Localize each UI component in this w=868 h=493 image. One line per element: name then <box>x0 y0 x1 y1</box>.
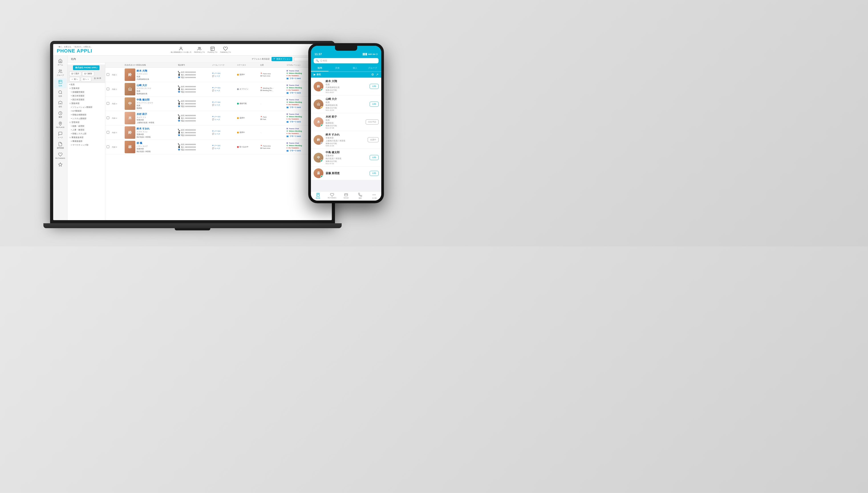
phone-action-btn[interactable]: 出勤 <box>370 84 378 89</box>
person-avatar: 鈴 <box>125 126 135 139</box>
sidebar-item-docsearch[interactable]: 資料検索 <box>54 141 66 151</box>
phone-action-btn[interactable]: 出勤 <box>370 155 378 160</box>
talk-link[interactable]: 💬 トーク <box>212 75 234 78</box>
row-checkbox[interactable] <box>105 82 110 97</box>
phone-action-btn[interactable]: 出勤 <box>370 171 378 176</box>
filter-icon[interactable]: ⚙ <box>371 73 374 76</box>
row-checkbox[interactable] <box>105 111 110 125</box>
person-name[interactable]: 鈴木 すみれ <box>137 127 151 130</box>
next-btn[interactable]: 次へ ＞ <box>81 77 91 82</box>
default-view-btn[interactable]: デフォルト表示設定 <box>252 58 270 61</box>
tree-item-admin1[interactable]: • 税務・経理部 <box>67 124 105 128</box>
talk-link[interactable]: 💬 トーク <box>212 118 234 121</box>
nav-icon-1[interactable]: 個人情報保護士/パスの使い方 <box>171 46 191 53</box>
person-name[interactable]: 木村 莉子 <box>137 112 154 116</box>
phone-action-btn[interactable]: 出勤 <box>370 102 378 107</box>
row-checkbox[interactable] <box>105 68 110 82</box>
share-icon[interactable]: ↗ <box>376 73 378 76</box>
talk-link[interactable]: 💬 トーク <box>212 133 234 135</box>
deselect-all-btn[interactable]: 全て解除 <box>82 71 94 76</box>
mail-link[interactable]: ✉ メール1 <box>212 115 234 118</box>
row-location: 📍 Park 🖥 Park <box>259 111 285 125</box>
tree-item-sales2[interactable]: • 東日本営業部 <box>67 94 105 98</box>
sidebar-item-external[interactable]: 社外 <box>54 89 66 99</box>
phone-contact-item[interactable]: 木 木村 莉子 役員 取締役役 無事/出社可能 5/11 07:46 出社予定 <box>311 113 381 131</box>
tree-item-dev2[interactable]: • ICT開発部 <box>67 109 105 113</box>
phone-contact-item[interactable]: 鈴 鈴木 すみれ 営業本部 上級執行役員 / 本部長 無事/出社可能 5/05 … <box>311 131 381 149</box>
phone-nav-phonebook[interactable]: 電話帳 <box>311 192 325 200</box>
nav-icon-2[interactable]: PEOPLEなプロ <box>194 46 205 53</box>
phone-contact-title: 上級執行役員 / 本部長 <box>326 140 366 142</box>
tree-item-dev1[interactable]: • ソリューション開発部 <box>67 105 105 109</box>
table-container: 氏名/氏名カナ/部署名/役職 電話番号 メール／トーク ステータス 位置 コラボ… <box>105 63 332 220</box>
search-options-btn[interactable]: 🔍 検索オプション <box>271 57 292 61</box>
row-location: — <box>259 97 285 111</box>
sidebar-item-group[interactable]: グループ <box>54 68 66 78</box>
company-tag[interactable]: 株式会社 PHONE APPLI <box>73 65 100 70</box>
row-mail: ✉ メール1 💬 トーク <box>211 97 236 111</box>
person-name[interactable]: 中島 健太郎 <box>137 98 153 101</box>
row-checkbox[interactable] <box>105 140 110 154</box>
top-icons: 個人情報保護士/パスの使い方 PEOPLEなプロ PLACEなプロ THANKS… <box>171 46 231 53</box>
row-phones: 📞会社 09000000000📱個人 08000000000☎電話 030000… <box>177 82 211 97</box>
row-status: 退席中 <box>236 125 259 140</box>
phone-tab-personal[interactable]: 個人 <box>346 65 364 71</box>
person-name[interactable]: 山崎 大介 <box>137 84 151 87</box>
phone-nav-contact[interactable]: 連絡 <box>353 192 367 200</box>
phone-action-btn[interactable]: 会議中 <box>368 137 378 142</box>
talk-link[interactable]: 💬 トーク <box>212 147 234 150</box>
person-name[interactable]: 林 楓 <box>137 142 151 145</box>
mail-link[interactable]: ✉ メール1 <box>212 72 234 74</box>
nav-icon-4[interactable]: THANKSなプロ <box>220 46 231 53</box>
select-all-btn[interactable]: 全て選択 <box>69 71 81 76</box>
sidebar-item-paplace[interactable]: PA PLACE <box>54 120 66 130</box>
phone-nav-other[interactable]: その他 <box>367 192 381 200</box>
tree-item-biz2[interactable]: • マーケティング部 <box>67 143 105 147</box>
mail-link[interactable]: ✉ メール1 <box>212 144 234 147</box>
phone-nav-pathanks[interactable]: PA THANKS <box>325 192 339 200</box>
sidebar-item-office[interactable]: 社内 <box>54 78 66 88</box>
tree-item-sales1[interactable]: • 首都圏営業部 <box>67 90 105 94</box>
sidebar-item-star[interactable] <box>54 161 66 169</box>
sidebar-item-pathanks[interactable]: PA THANKS <box>54 151 66 160</box>
person-dept: 役員 <box>137 90 151 92</box>
tree-item-admin2[interactable]: • 人事・教育部 <box>67 128 105 132</box>
phone-contact-item[interactable]: 鈴 鈴木 大翔 役員 代表取締役社長 無事/出社可能 5/11 09:07 出勤 <box>311 78 381 95</box>
phone-tab-office[interactable]: 社内 <box>311 65 329 71</box>
tree-item-dev3[interactable]: • 情報企画開発部 <box>67 113 105 117</box>
mail-link[interactable]: ✉ メール1 <box>212 130 234 132</box>
phone-tab-group[interactable]: グループ <box>364 65 381 71</box>
mail-link[interactable]: ✉ メール1 <box>212 101 234 103</box>
row-checkbox[interactable] <box>105 125 110 140</box>
status-text: 退席中 <box>240 117 245 119</box>
nav-icon-3[interactable]: PLACEなプロ <box>208 46 218 53</box>
tree-item-dev4[interactable]: • システム開発部 <box>67 117 105 121</box>
svg-rect-3 <box>211 47 214 50</box>
tree-section-roles[interactable]: • 役員 <box>67 83 105 86</box>
talk-link[interactable]: 💬 トーク <box>212 89 234 92</box>
phone-contact-item[interactable]: 中 中島 健太郎 営業本部 執行役員 / 本部長 無事/出社可能 5/11 07… <box>311 149 381 167</box>
mail-link[interactable]: ✉ メール1 <box>212 86 234 89</box>
phone-action-btn[interactable]: 出社予定 <box>366 120 378 125</box>
sidebar-item-company[interactable]: 会社 <box>54 99 66 109</box>
sidebar-item-history[interactable]: 履歴 <box>54 110 66 120</box>
row-location: — <box>259 125 285 140</box>
phone-nav-sansan[interactable]: Sansan <box>339 192 353 200</box>
prev-btn[interactable]: ＜ 前へ <box>69 77 80 82</box>
phone-tab-shared[interactable]: 共有 <box>329 65 346 71</box>
person-name[interactable]: 鈴木 大翔 <box>137 69 149 72</box>
phone-contact-item[interactable]: 斎 斎藤 真理恵 出勤 <box>311 167 381 180</box>
tree-item-sales3[interactable]: • 西日本営業部 <box>67 98 105 102</box>
phone-contact-item[interactable]: 山 山崎 大介 役員 取締役副社長 無事/出社可能 5/11 10:33 出勤 <box>311 95 381 113</box>
phone-contact-info: 鈴木 大翔 役員 代表取締役社長 無事/出社可能 5/11 09:07 <box>326 79 368 93</box>
phone-contact-status: 無事/出社可能 <box>326 107 368 109</box>
phone-search-display[interactable]: 🔍 Q 検索 <box>314 58 378 63</box>
sidebar-item-talk[interactable]: トーク <box>54 130 66 140</box>
talk-link[interactable]: 💬 トーク <box>212 104 234 106</box>
tree-item-biz1[interactable]: • 事業推進部 <box>67 140 105 143</box>
svg-point-0 <box>180 47 182 48</box>
tree-item-admin3[interactable]: • 情報システム部 <box>67 132 105 136</box>
sidebar-item-home[interactable]: ホーム <box>54 57 66 67</box>
phone-avatar: 鈴 <box>314 82 324 91</box>
row-checkbox[interactable] <box>105 97 110 111</box>
